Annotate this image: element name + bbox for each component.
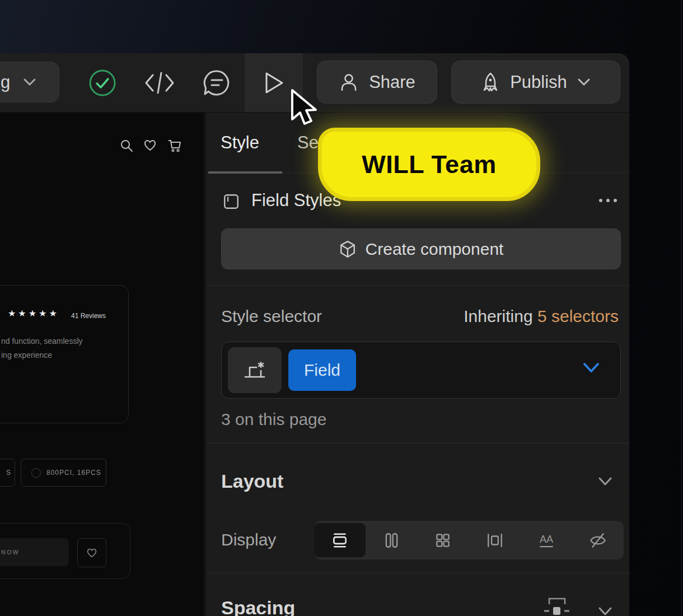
chevron-down-icon bbox=[21, 77, 38, 88]
buy-now-button[interactable]: NOW bbox=[0, 538, 69, 566]
display-option-inline[interactable]: AA bbox=[521, 521, 572, 559]
play-icon bbox=[263, 71, 285, 95]
chevron-down-icon[interactable] bbox=[597, 606, 614, 616]
comments-button[interactable] bbox=[197, 53, 236, 112]
custom-code-button[interactable] bbox=[140, 53, 179, 112]
style-selector-title: Style selector bbox=[221, 307, 322, 326]
spacing-margin-icon bbox=[543, 595, 571, 616]
svg-text:AA: AA bbox=[540, 534, 554, 545]
display-inline-block-icon bbox=[486, 531, 504, 549]
spacing-section: Spacing bbox=[206, 573, 629, 616]
collaborator-name: WILL Team bbox=[362, 150, 496, 179]
tab-style[interactable]: Style bbox=[221, 113, 259, 172]
designer-app-window: g bbox=[0, 53, 629, 616]
create-component-label: Create component bbox=[366, 240, 504, 259]
more-options-icon[interactable] bbox=[599, 199, 617, 202]
selector-tag[interactable]: Field bbox=[288, 349, 356, 391]
person-icon bbox=[339, 72, 359, 92]
tab-style-label: Style bbox=[221, 133, 259, 153]
tab-settings-label: Se bbox=[297, 133, 319, 153]
selector-tag-label: Field bbox=[304, 361, 340, 380]
rocket-icon bbox=[480, 72, 501, 93]
comment-bubble-icon bbox=[202, 68, 231, 97]
display-label: Display bbox=[221, 530, 276, 549]
chevron-down-icon[interactable] bbox=[597, 476, 614, 487]
reviews-count: 41 Reviews bbox=[71, 312, 106, 320]
cart-icon[interactable] bbox=[167, 138, 182, 153]
check-circle-icon bbox=[87, 68, 118, 98]
saved-status-button[interactable] bbox=[83, 53, 122, 112]
variant-option-partial-label: S bbox=[6, 469, 11, 477]
display-flex-icon bbox=[382, 531, 400, 549]
heart-icon[interactable] bbox=[143, 139, 157, 151]
publish-button-label: Publish bbox=[510, 72, 567, 92]
search-icon[interactable] bbox=[119, 138, 134, 153]
variant-option-partial[interactable]: S bbox=[0, 459, 15, 487]
style-block-icon bbox=[223, 193, 240, 210]
inheriting-label: Inheriting bbox=[464, 307, 537, 325]
display-option-flex[interactable] bbox=[366, 521, 417, 559]
wishlist-button[interactable] bbox=[77, 538, 106, 567]
chevron-down-icon[interactable] bbox=[581, 361, 601, 375]
field-styles-title: Field Styles bbox=[251, 190, 341, 211]
component-cube-icon bbox=[339, 240, 357, 258]
design-canvas[interactable]: ★★★★★ 41 Reviews nd function, seamlessly… bbox=[0, 113, 204, 616]
display-segmented-control: AA bbox=[314, 521, 624, 559]
display-grid-icon bbox=[434, 531, 452, 549]
create-component-button[interactable]: Create component bbox=[221, 228, 621, 269]
workspace-dropdown-button[interactable]: g bbox=[0, 62, 59, 102]
breakpoint-desktop-icon bbox=[243, 361, 266, 380]
layout-section-title: Layout bbox=[221, 470, 283, 492]
workspace-dropdown-label: g bbox=[1, 72, 10, 92]
collaborator-name-badge: WILL Team bbox=[318, 128, 540, 201]
product-description-line1: nd function, seamlessly bbox=[1, 337, 83, 346]
screenshot-root: g bbox=[0, 0, 683, 616]
layout-section: Layout Display bbox=[206, 443, 629, 573]
buy-now-label: NOW bbox=[1, 549, 20, 556]
display-inline-icon: AA bbox=[537, 531, 555, 549]
spacing-section-title: Spacing bbox=[221, 597, 295, 616]
display-option-grid[interactable] bbox=[417, 521, 469, 559]
code-icon bbox=[144, 72, 175, 94]
variant-option[interactable]: 800PCI, 16PCS bbox=[21, 459, 106, 487]
display-block-icon bbox=[331, 531, 349, 549]
active-tab-indicator bbox=[208, 171, 282, 174]
display-option-inline-block[interactable] bbox=[469, 521, 521, 559]
share-button-label: Share bbox=[369, 72, 415, 92]
display-option-block[interactable] bbox=[314, 523, 366, 557]
variant-option-label: 800PCI, 16PCS bbox=[46, 469, 101, 477]
style-selector-section: Style selector Inheriting 5 selectors bbox=[206, 285, 629, 444]
heart-icon bbox=[86, 548, 97, 558]
chevron-down-icon bbox=[576, 77, 592, 87]
style-selector-input[interactable]: Field bbox=[221, 342, 621, 399]
background-edge-highlight bbox=[681, 0, 682, 616]
breakpoint-button[interactable] bbox=[228, 347, 282, 393]
inheriting-info[interactable]: Inheriting 5 selectors bbox=[464, 307, 619, 326]
product-description-line2: ing experience bbox=[1, 351, 52, 360]
display-none-eye-slash-icon bbox=[589, 531, 607, 549]
rating-stars: ★★★★★ bbox=[8, 308, 59, 319]
selector-usage-count: 3 on this page bbox=[221, 410, 326, 429]
publish-button[interactable]: Publish bbox=[451, 60, 620, 104]
share-button[interactable]: Share bbox=[317, 60, 437, 104]
inheriting-count: 5 selectors bbox=[537, 307, 619, 325]
radio-icon bbox=[31, 468, 41, 478]
display-option-none[interactable] bbox=[572, 521, 624, 559]
collaborator-cursor-icon bbox=[287, 88, 322, 130]
